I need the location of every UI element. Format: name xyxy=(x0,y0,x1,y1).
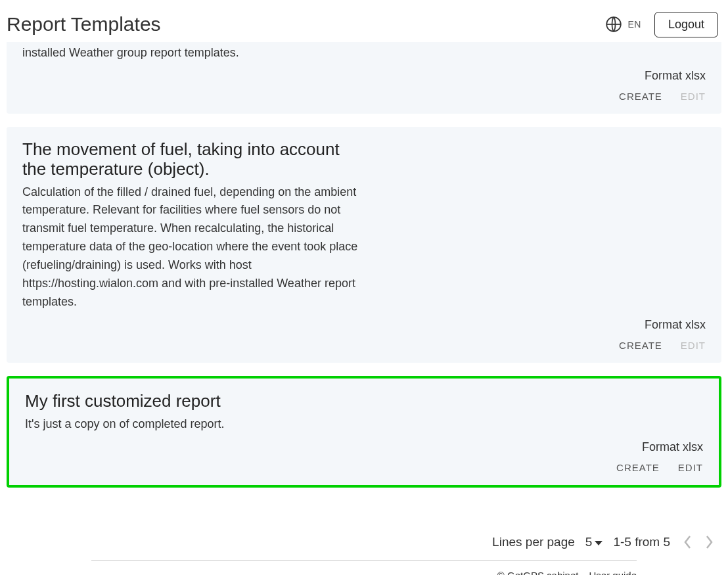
card-format: Format xlsx xyxy=(22,318,706,332)
footer-link-guide[interactable]: User guide xyxy=(589,570,637,575)
language-selector[interactable]: EN xyxy=(605,16,641,33)
cards-list: used. Works with host https://hosting.wi… xyxy=(7,42,721,488)
card-description: Calculation of the filled / drained fuel… xyxy=(22,183,364,311)
cards-scroll-area[interactable]: used. Works with host https://hosting.wi… xyxy=(0,42,728,528)
dropdown-icon xyxy=(595,541,603,545)
card-description: used. Works with host https://hosting.wi… xyxy=(22,42,364,62)
footer: © GetGPS cabinet User guide xyxy=(91,560,637,575)
footer-link-cabinet[interactable]: © GetGPS cabinet xyxy=(497,570,579,575)
card-actions: Create Edit xyxy=(22,91,706,102)
card-actions: Create Edit xyxy=(22,340,706,351)
card-format: Format xlsx xyxy=(25,440,703,454)
edit-button[interactable]: Edit xyxy=(678,462,703,473)
report-card: My first customized report It's just a c… xyxy=(7,376,721,488)
edit-button: Edit xyxy=(681,91,706,102)
create-button[interactable]: Create xyxy=(619,91,662,102)
lines-per-page-select[interactable]: 5 xyxy=(585,535,603,549)
app-header: Report Templates EN Logout xyxy=(0,0,728,42)
header-right: EN Logout xyxy=(605,12,721,37)
lines-per-page-value: 5 xyxy=(585,535,593,549)
pagination-range: 1-5 from 5 xyxy=(613,535,670,549)
prev-page-button xyxy=(681,532,695,552)
report-card: used. Works with host https://hosting.wi… xyxy=(7,42,721,114)
globe-icon xyxy=(605,16,622,33)
card-description: It's just a copy on of completed report. xyxy=(25,415,367,434)
create-button[interactable]: Create xyxy=(616,462,660,473)
edit-button: Edit xyxy=(681,340,706,351)
card-title: My first customized report xyxy=(25,392,367,411)
logout-button[interactable]: Logout xyxy=(654,12,718,37)
card-actions: Create Edit xyxy=(25,462,703,473)
language-label: EN xyxy=(627,19,641,30)
next-page-button xyxy=(702,532,716,552)
page-title: Report Templates xyxy=(7,13,161,35)
report-card: The movement of fuel, taking into accoun… xyxy=(7,127,721,363)
pagination-bar: Lines per page 5 1-5 from 5 xyxy=(0,528,728,552)
card-title: The movement of fuel, taking into accoun… xyxy=(22,140,364,179)
lines-per-page-label: Lines per page xyxy=(492,535,575,549)
create-button[interactable]: Create xyxy=(619,340,662,351)
card-format: Format xlsx xyxy=(22,69,706,83)
